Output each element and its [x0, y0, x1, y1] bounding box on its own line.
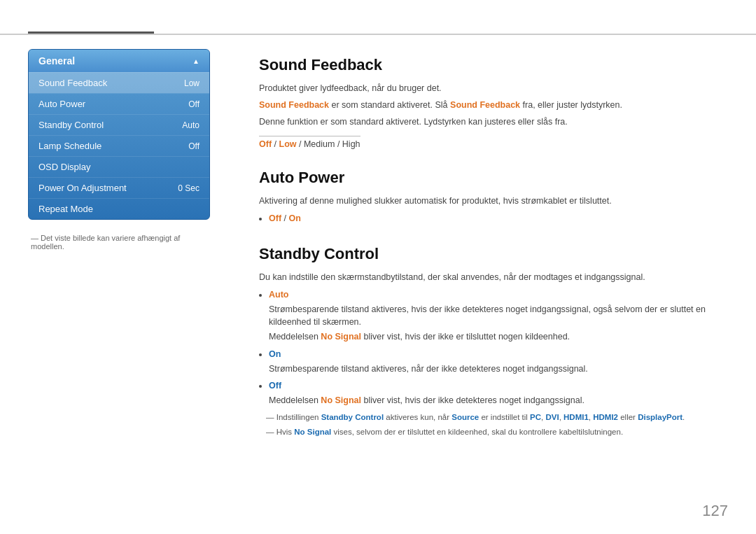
opt-low: Low — [279, 139, 297, 149]
standby-options-list: Auto Strømbesparende tilstand aktiveres,… — [269, 288, 721, 407]
sound-feedback-desc3: Denne funktion er som standard aktiveret… — [259, 115, 721, 129]
standby-option-auto: Auto Strømbesparende tilstand aktiveres,… — [269, 288, 721, 344]
auto-power-title: Auto Power — [259, 169, 721, 187]
auto-power-slash: / — [284, 213, 289, 223]
sidebar-item-lamp-schedule[interactable]: Lamp Schedule Off — [29, 135, 209, 156]
standby-note2: Hvis No Signal vises, selvom der er tils… — [259, 426, 721, 438]
standby-off-desc: Meddelelsen No Signal bliver vist, hvis … — [269, 394, 721, 407]
standby-control-title: Standby Control — [259, 245, 721, 263]
opt-high: High — [342, 139, 360, 149]
sound-feedback-highlight2: Sound Feedback — [450, 100, 520, 110]
sidebar-item-auto-power-value: Off — [188, 99, 200, 109]
sidebar-item-standby-control-label: Standby Control — [38, 120, 104, 130]
opt-sep2: / — [299, 139, 304, 149]
sidebar-item-sound-feedback-value: Low — [184, 78, 200, 88]
sound-feedback-text2: er som standard aktiveret. Slå — [332, 100, 451, 110]
sidebar-item-standby-control[interactable]: Standby Control Auto — [29, 114, 209, 135]
auto-power-option-item: Off / On — [269, 212, 721, 225]
top-bar-line — [28, 31, 154, 34]
sound-feedback-text3: fra, eller juster lydstyrken. — [523, 100, 622, 110]
displayport-hl: DisplayPort — [638, 413, 682, 421]
sound-feedback-options: Off / Low / Medium / High — [259, 136, 360, 149]
section-sound-feedback: Sound Feedback Produktet giver lydfeedba… — [259, 56, 721, 149]
content-area: Sound Feedback Produktet giver lydfeedba… — [224, 35, 756, 534]
main-layout: General ▲ Sound Feedback Low Auto Power … — [0, 35, 756, 534]
top-bar — [0, 0, 756, 35]
sidebar-title: General — [38, 55, 75, 66]
sidebar-item-repeat-mode[interactable]: Repeat Mode — [29, 198, 209, 219]
sidebar-item-auto-power[interactable]: Auto Power Off — [29, 93, 209, 114]
sidebar-item-lamp-schedule-label: Lamp Schedule — [38, 141, 102, 151]
sidebar-item-sound-feedback[interactable]: Sound Feedback Low — [29, 72, 209, 93]
auto-power-on-label: On — [289, 213, 301, 223]
pc-hl: PC — [530, 413, 541, 421]
auto-power-desc: Aktivering af denne mulighed slukker aut… — [259, 194, 721, 208]
source-hl: Source — [451, 413, 479, 421]
standby-control-hl: Standby Control — [321, 413, 384, 421]
opt-medium: Medium — [304, 139, 335, 149]
page-number: 127 — [702, 502, 728, 520]
standby-no-signal-1: No Signal — [321, 332, 361, 342]
opt-off: Off — [259, 139, 272, 149]
standby-on-desc: Strømbesparende tilstand aktiveres, når … — [269, 363, 721, 376]
sidebar-note: Det viste billede kan variere afhængigt … — [28, 234, 210, 251]
sidebar-item-power-on-adjustment-label: Power On Adjustment — [38, 183, 127, 193]
section-standby-control: Standby Control Du kan indstille den skæ… — [259, 245, 721, 439]
sidebar-item-osd-display[interactable]: OSD Display — [29, 156, 209, 177]
sidebar-item-power-on-adjustment[interactable]: Power On Adjustment 0 Sec — [29, 177, 209, 198]
standby-auto-desc1: Strømbesparende tilstand aktiveres, hvis… — [269, 303, 721, 330]
sidebar-panel: General ▲ Sound Feedback Low Auto Power … — [28, 49, 210, 220]
standby-off-label: Off — [269, 381, 281, 391]
hdmi1-hl: HDMI1 — [564, 413, 589, 421]
standby-no-signal-2: No Signal — [321, 395, 361, 405]
sidebar-item-auto-power-label: Auto Power — [38, 99, 85, 109]
sound-feedback-desc2: Sound Feedback er som standard aktiveret… — [259, 98, 721, 112]
sidebar-item-osd-display-label: OSD Display — [38, 162, 90, 172]
no-signal-hl: No Signal — [294, 428, 331, 436]
sidebar-item-standby-control-value: Auto — [182, 120, 200, 130]
arrow-up-icon: ▲ — [192, 57, 200, 65]
hdmi2-hl: HDMI2 — [593, 413, 618, 421]
opt-sep3: / — [337, 139, 342, 149]
standby-control-desc: Du kan indstille den skærmstandbytilstan… — [259, 270, 721, 284]
auto-power-off-label: Off — [269, 213, 281, 223]
standby-option-on: On Strømbesparende tilstand aktiveres, n… — [269, 348, 721, 376]
sidebar-header: General ▲ — [29, 50, 209, 72]
standby-on-label: On — [269, 349, 281, 359]
sound-feedback-highlight1: Sound Feedback — [259, 100, 329, 110]
sound-feedback-desc1: Produktet giver lydfeedback, når du brug… — [259, 81, 721, 95]
sidebar-item-lamp-schedule-value: Off — [188, 141, 200, 151]
sidebar: General ▲ Sound Feedback Low Auto Power … — [0, 35, 224, 534]
auto-power-options: Off / On — [269, 212, 721, 225]
standby-option-off: Off Meddelelsen No Signal bliver vist, h… — [269, 379, 721, 407]
dvi-hl: DVI — [545, 413, 559, 421]
sidebar-item-repeat-mode-label: Repeat Mode — [38, 204, 93, 214]
sound-feedback-title: Sound Feedback — [259, 56, 721, 74]
opt-sep1: / — [274, 139, 279, 149]
section-auto-power: Auto Power Aktivering af denne mulighed … — [259, 169, 721, 225]
standby-auto-desc2: Meddelelsen No Signal bliver vist, hvis … — [269, 330, 721, 344]
standby-auto-label: Auto — [269, 290, 288, 300]
sidebar-item-power-on-adjustment-value: 0 Sec — [178, 183, 200, 193]
sidebar-item-sound-feedback-label: Sound Feedback — [38, 78, 107, 88]
standby-note1: Indstillingen Standby Control aktiveres … — [259, 412, 721, 423]
